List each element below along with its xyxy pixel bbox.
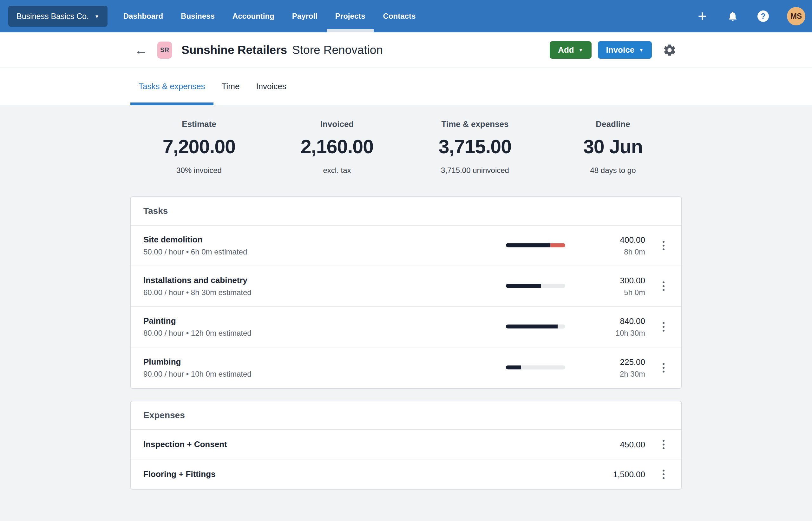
task-progress-bar: [506, 243, 565, 247]
plus-icon: +: [698, 8, 707, 24]
kebab-icon: [663, 363, 665, 365]
task-name: Painting: [143, 316, 669, 326]
kebab-icon: [663, 470, 665, 472]
kebab-icon: [663, 241, 665, 243]
task-detail: 60.00 / hour • 8h 30m estimated: [143, 288, 669, 297]
tab-label: Invoices: [256, 82, 286, 91]
task-amount: 400.00: [620, 235, 645, 245]
notifications-button[interactable]: [726, 7, 739, 26]
project-header: ← SR Sunshine Retailers Store Renovation…: [0, 32, 812, 68]
task-hours: 10h 30m: [616, 329, 645, 338]
user-avatar[interactable]: MS: [787, 7, 805, 25]
task-row[interactable]: Painting 80.00 / hour • 12h 0m estimated…: [131, 307, 681, 347]
row-menu-button[interactable]: [657, 236, 670, 255]
task-amount: 225.00: [620, 357, 645, 367]
task-detail: 80.00 / hour • 12h 0m estimated: [143, 329, 669, 338]
progress-fill: [506, 365, 521, 369]
expense-row[interactable]: Flooring + Fittings 1,500.00: [131, 459, 681, 489]
task-amounts: 400.00 8h 0m: [620, 235, 645, 256]
project-badge-initials: SR: [160, 46, 169, 54]
task-row[interactable]: Installations and cabinetry 60.00 / hour…: [131, 266, 681, 307]
settings-gear-button[interactable]: [663, 43, 677, 57]
nav-item-accounting[interactable]: Accounting: [224, 0, 283, 32]
stat-value: 3,715.00: [406, 135, 544, 158]
expenses-card-title: Expenses: [131, 401, 681, 430]
stat-label: Estimate: [130, 119, 268, 129]
row-menu-button[interactable]: [657, 465, 670, 484]
org-switcher-label: Business Basics Co.: [17, 12, 89, 21]
tab-invoices[interactable]: Invoices: [248, 68, 294, 105]
kebab-icon: [663, 440, 665, 442]
row-menu-button[interactable]: [657, 277, 670, 296]
expense-amounts: 450.00: [620, 439, 645, 449]
stat-value: 7,200.00: [130, 135, 268, 158]
summary-stat-invoiced: Invoiced 2,160.00 excl. tax: [268, 119, 406, 175]
back-button[interactable]: ←: [135, 43, 148, 57]
tasks-card-title: Tasks: [131, 197, 681, 226]
nav-item-label: Business: [181, 12, 215, 21]
stat-label: Deadline: [544, 119, 682, 129]
nav-item-business[interactable]: Business: [172, 0, 223, 32]
back-arrow-icon: ←: [135, 43, 148, 58]
create-new-button[interactable]: +: [696, 7, 709, 26]
tasks-card: Tasks Site demolition 50.00 / hour • 6h …: [130, 197, 682, 389]
tab-tasks-expenses[interactable]: Tasks & expenses: [130, 68, 213, 105]
row-menu-button[interactable]: [657, 317, 670, 336]
task-amounts: 840.00 10h 30m: [616, 316, 645, 338]
org-switcher-button[interactable]: Business Basics Co. ▼: [8, 6, 108, 27]
expenses-card: Expenses Inspection + Consent 450.00 Flo…: [130, 401, 682, 490]
task-row[interactable]: Plumbing 90.00 / hour • 10h 0m estimated…: [131, 347, 681, 388]
stat-value: 30 Jun: [544, 135, 682, 158]
invoice-button[interactable]: Invoice ▼: [598, 41, 652, 59]
row-menu-button[interactable]: [657, 358, 670, 377]
expense-row[interactable]: Inspection + Consent 450.00: [131, 430, 681, 459]
stat-label: Invoiced: [268, 119, 406, 129]
row-menu-button[interactable]: [657, 435, 670, 454]
expense-amount: 450.00: [620, 439, 645, 449]
kebab-icon: [663, 281, 665, 284]
nav-right-actions: + ? MS: [696, 7, 805, 26]
stat-label: Time & expenses: [406, 119, 544, 129]
summary-stat-deadline: Deadline 30 Jun 48 days to go: [544, 119, 682, 175]
tab-time[interactable]: Time: [213, 68, 248, 105]
summary-stats: Estimate 7,200.00 30% invoiced Invoiced …: [130, 105, 682, 175]
task-progress-bar: [506, 284, 565, 288]
progress-overrun: [550, 243, 565, 247]
top-navigation-bar: Business Basics Co. ▼ Dashboard Business…: [0, 0, 812, 32]
task-row[interactable]: Site demolition 50.00 / hour • 6h 0m est…: [131, 226, 681, 266]
project-avatar-badge: SR: [157, 42, 172, 59]
task-name: Site demolition: [143, 235, 669, 245]
nav-item-label: Payroll: [292, 12, 318, 21]
avatar-initials: MS: [790, 12, 802, 21]
stat-value: 2,160.00: [268, 135, 406, 158]
nav-item-label: Dashboard: [123, 12, 163, 21]
nav-item-projects[interactable]: Projects: [327, 0, 374, 32]
task-detail: 50.00 / hour • 6h 0m estimated: [143, 248, 669, 256]
task-hours: 5h 0m: [620, 288, 645, 297]
task-amounts: 300.00 5h 0m: [620, 276, 645, 297]
task-amounts: 225.00 2h 30m: [620, 357, 645, 379]
nav-item-label: Accounting: [232, 12, 274, 21]
progress-fill: [506, 324, 558, 329]
task-hours: 8h 0m: [620, 248, 645, 256]
nav-item-payroll[interactable]: Payroll: [284, 0, 326, 32]
task-amount: 840.00: [616, 316, 645, 326]
tab-label: Time: [222, 82, 240, 91]
expense-name: Inspection + Consent: [143, 439, 227, 449]
progress-fill: [506, 243, 550, 247]
add-button[interactable]: Add ▼: [550, 41, 591, 59]
task-amount: 300.00: [620, 276, 645, 286]
expense-name: Flooring + Fittings: [143, 469, 215, 479]
project-overview-content: Estimate 7,200.00 30% invoiced Invoiced …: [130, 105, 682, 490]
nav-item-dashboard[interactable]: Dashboard: [115, 0, 171, 32]
header-actions: Add ▼ Invoice ▼: [550, 41, 677, 59]
nav-item-contacts[interactable]: Contacts: [375, 0, 424, 32]
project-client-name: Sunshine Retailers: [181, 43, 287, 57]
gear-icon: [663, 43, 677, 57]
bell-icon: [727, 10, 738, 22]
expense-amount: 1,500.00: [613, 469, 645, 479]
help-button[interactable]: ?: [757, 7, 770, 26]
summary-stat-estimate: Estimate 7,200.00 30% invoiced: [130, 119, 268, 175]
question-mark-icon: ?: [758, 10, 769, 22]
task-detail: 90.00 / hour • 10h 0m estimated: [143, 370, 669, 379]
